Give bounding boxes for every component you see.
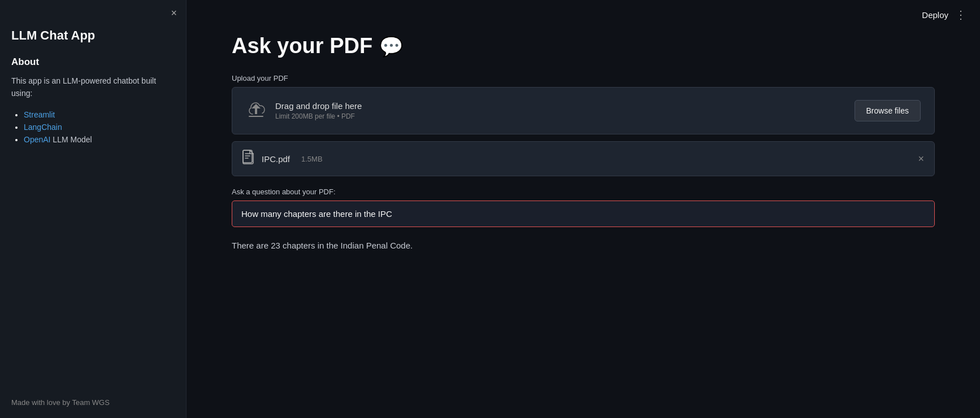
sidebar-links-list: Streamlit LangChain OpenAI LLM Model [11, 110, 175, 147]
list-item-streamlit: Streamlit [24, 110, 175, 119]
upload-limit-text: Limit 200MB per file • PDF [275, 112, 362, 120]
upload-dropzone[interactable]: Drag and drop file here Limit 200MB per … [232, 87, 935, 134]
list-item-langchain: LangChain [24, 123, 175, 132]
list-item-openai: OpenAI LLM Model [24, 135, 175, 144]
openai-suffix: LLM Model [50, 135, 92, 144]
streamlit-link[interactable]: Streamlit [24, 110, 55, 119]
page-title: Ask your PDF 💬 [232, 34, 935, 58]
upload-left: Drag and drop file here Limit 200MB per … [246, 101, 362, 121]
sidebar-description: This app is an LLM-powered chatbot built… [11, 75, 175, 100]
main-content: Ask your PDF 💬 Upload your PDF Drag and … [187, 0, 980, 418]
more-options-icon[interactable]: ⋮ [955, 8, 966, 21]
sidebar-title: LLM Chat App [11, 28, 175, 43]
answer-text: There are 23 chapters in the Indian Pena… [232, 238, 935, 253]
file-name: IPC.pdf [262, 154, 290, 164]
top-bar: Deploy ⋮ [908, 0, 980, 29]
drag-drop-text: Drag and drop file here [275, 101, 362, 111]
upload-cloud-icon [246, 101, 266, 121]
file-item: IPC.pdf 1.5MB × [232, 141, 935, 176]
openai-link[interactable]: OpenAI [24, 135, 50, 144]
upload-label: Upload your PDF [232, 74, 935, 82]
sidebar-footer: Made with love by Team WGS [11, 398, 175, 407]
sidebar-close-button[interactable]: × [171, 8, 177, 18]
browse-files-button[interactable]: Browse files [855, 100, 921, 121]
deploy-button[interactable]: Deploy [922, 10, 948, 20]
chat-bubble-icon: 💬 [379, 35, 403, 58]
file-left: IPC.pdf 1.5MB [242, 150, 323, 168]
langchain-link[interactable]: LangChain [24, 123, 62, 132]
file-size: 1.5MB [301, 155, 323, 163]
file-pdf-icon [242, 150, 255, 168]
file-remove-button[interactable]: × [918, 154, 924, 164]
svg-rect-0 [243, 150, 252, 163]
upload-text-block: Drag and drop file here Limit 200MB per … [275, 101, 362, 120]
question-input[interactable] [232, 201, 935, 227]
sidebar: × LLM Chat App About This app is an LLM-… [0, 0, 187, 418]
question-label: Ask a question about your PDF: [232, 188, 935, 196]
about-heading: About [11, 56, 175, 68]
page-title-text: Ask your PDF [232, 34, 372, 58]
